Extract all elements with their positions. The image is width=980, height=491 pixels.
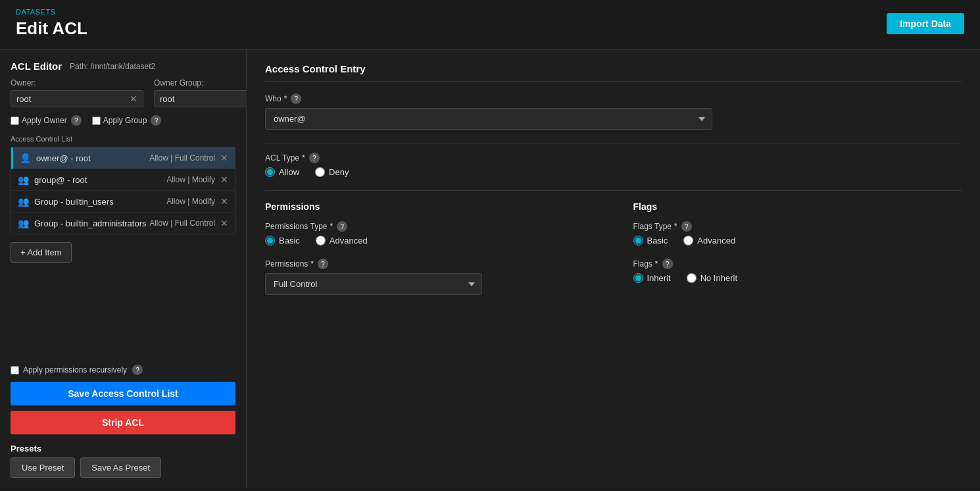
ace-title: Access Control Entry [265, 63, 962, 82]
acl-type-allow-label: Allow [279, 167, 299, 177]
acl-item[interactable]: 👥 Group - builtin_administrators Allow |… [11, 213, 235, 234]
acl-editor-title: ACL Editor [11, 61, 62, 72]
flags-type-label: Flags Type [633, 222, 672, 231]
flags-radio-group: Inherit No Inherit [633, 273, 962, 283]
remove-acl-icon[interactable]: ✕ [220, 196, 228, 207]
acl-type-help-icon[interactable]: ? [309, 153, 320, 163]
remove-acl-icon[interactable]: ✕ [220, 218, 228, 228]
right-panel: Access Control Entry Who* ? owner@ group… [247, 50, 980, 488]
acl-type-label: ACL Type [265, 153, 299, 163]
permissions-type-basic-radio[interactable] [265, 236, 275, 246]
apply-recursive-label: Apply permissions recursively [23, 365, 127, 375]
who-help-icon[interactable]: ? [291, 93, 301, 104]
acl-list-label: Access Control List [11, 135, 235, 143]
flags-type-basic-label: Basic [647, 236, 668, 246]
apply-group-checkbox[interactable] [92, 116, 101, 125]
group-icon: 👥 [18, 196, 29, 207]
flags-type-advanced-radio[interactable] [683, 236, 693, 246]
flags-type-basic-radio[interactable] [633, 236, 643, 246]
apply-owner-label[interactable]: Apply Owner ? [11, 115, 82, 126]
acl-item[interactable]: 👥 group@ - root Allow | Modify ✕ [11, 169, 235, 191]
page-title: Edit ACL [16, 18, 87, 39]
flags-no-inherit-radio[interactable] [687, 273, 697, 283]
owner-label: Owner: [11, 78, 143, 88]
who-select[interactable]: owner@ group@ everyone@ user group [265, 108, 712, 130]
left-panel: ACL Editor Path: /mnt/tank/dataset2 Owne… [0, 50, 247, 488]
apply-owner-help-icon[interactable]: ? [71, 115, 82, 126]
permissions-type-advanced-option[interactable]: Advanced [316, 236, 368, 246]
acl-type-deny-radio[interactable] [315, 167, 325, 177]
group-icon: 👥 [18, 218, 29, 228]
flags-type-advanced-option[interactable]: Advanced [683, 236, 735, 246]
acl-type-radio-group: Allow Deny [265, 167, 962, 177]
apply-owner-checkbox[interactable] [11, 116, 19, 125]
owner-input[interactable] [16, 94, 127, 104]
permissions-title: Permissions [265, 201, 594, 212]
apply-group-label[interactable]: Apply Group ? [92, 115, 162, 126]
remove-acl-icon[interactable]: ✕ [220, 153, 228, 163]
flags-type-radio-group: Basic Advanced [633, 236, 962, 246]
permissions-type-basic-option[interactable]: Basic [265, 236, 300, 246]
acl-item-perm: Allow | Modify [166, 197, 215, 206]
remove-acl-icon[interactable]: ✕ [220, 174, 228, 185]
flags-no-inherit-label: No Inherit [700, 273, 737, 283]
permissions-type-radio-group: Basic Advanced [265, 236, 594, 246]
permissions-type-advanced-label: Advanced [330, 236, 368, 246]
acl-type-allow-option[interactable]: Allow [265, 167, 299, 177]
permissions-type-advanced-radio[interactable] [316, 236, 326, 246]
owner-clear-icon[interactable]: ✕ [130, 93, 137, 104]
permissions-select[interactable]: Full Control Modify Read Write Execute [265, 273, 482, 295]
acl-type-deny-option[interactable]: Deny [315, 167, 349, 177]
acl-item-name: owner@ - root [36, 153, 149, 163]
who-label: Who [265, 94, 282, 103]
acl-item[interactable]: 👥 Group - builtin_users Allow | Modify ✕ [11, 191, 235, 213]
flags-title: Flags [633, 201, 962, 212]
permissions-help-icon[interactable]: ? [318, 259, 328, 269]
user-icon: 👤 [20, 153, 31, 163]
permissions-type-basic-label: Basic [279, 236, 300, 246]
permissions-type-help-icon[interactable]: ? [337, 221, 347, 232]
presets-label: Presets [11, 444, 235, 453]
flags-inherit-option[interactable]: Inherit [633, 273, 671, 283]
acl-item-name: Group - builtin_administrators [34, 219, 149, 228]
import-data-button[interactable]: Import Data [887, 13, 964, 34]
acl-item-name: Group - builtin_users [34, 197, 166, 207]
acl-list: 👤 owner@ - root Allow | Full Control ✕ 👥… [11, 147, 235, 234]
strip-acl-button[interactable]: Strip ACL [11, 411, 235, 434]
acl-type-deny-label: Deny [329, 167, 349, 177]
flags-help-icon[interactable]: ? [662, 259, 673, 269]
acl-item-name: group@ - root [34, 175, 166, 185]
flags-no-inherit-option[interactable]: No Inherit [687, 273, 737, 283]
flags-label: Flags [633, 259, 652, 269]
permissions-label: Permissions [265, 259, 308, 269]
path-label: Path: /mnt/tank/dataset2 [70, 62, 155, 71]
apply-recursive-checkbox[interactable] [11, 366, 19, 375]
acl-item-perm: Allow | Full Control [149, 219, 215, 228]
flags-inherit-radio[interactable] [633, 273, 643, 283]
flags-type-basic-option[interactable]: Basic [633, 236, 668, 246]
datasets-breadcrumb: DATASETS [16, 8, 87, 16]
acl-item-perm: Allow | Modify [166, 175, 215, 184]
flags-type-advanced-label: Advanced [697, 236, 735, 246]
permissions-type-label: Permissions Type [265, 222, 327, 231]
acl-item-perm: Allow | Full Control [149, 153, 215, 163]
save-as-preset-button[interactable]: Save As Preset [80, 457, 161, 478]
acl-item[interactable]: 👤 owner@ - root Allow | Full Control ✕ [11, 147, 235, 169]
use-preset-button[interactable]: Use Preset [11, 457, 75, 478]
acl-type-allow-radio[interactable] [265, 167, 275, 177]
apply-group-help-icon[interactable]: ? [151, 115, 161, 126]
add-item-button[interactable]: + Add Item [11, 242, 72, 263]
save-acl-button[interactable]: Save Access Control List [11, 382, 235, 405]
flags-inherit-label: Inherit [647, 273, 671, 283]
apply-recursive-help-icon[interactable]: ? [132, 365, 143, 375]
flags-type-help-icon[interactable]: ? [681, 221, 692, 232]
group-icon: 👥 [18, 174, 29, 185]
